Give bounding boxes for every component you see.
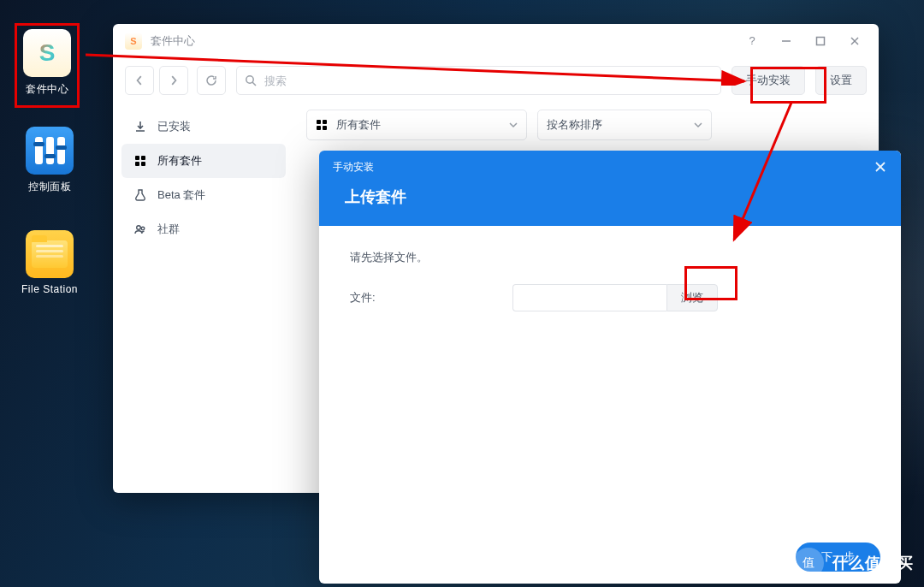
window-toolbar: 手动安装 设置	[113, 58, 879, 103]
package-center-icon: S	[23, 29, 71, 77]
help-button[interactable]: ?	[735, 29, 769, 53]
grid-icon	[316, 119, 328, 131]
sidebar-item-label: 已安装	[157, 119, 191, 134]
svg-rect-12	[317, 120, 321, 124]
window-app-icon: S	[125, 33, 142, 50]
minimize-button[interactable]	[769, 29, 803, 53]
beta-icon	[133, 188, 147, 202]
svg-point-10	[137, 226, 141, 230]
refresh-button[interactable]	[197, 66, 226, 95]
download-icon	[133, 120, 147, 133]
chevron-down-icon	[509, 121, 518, 129]
sidebar-item-label: 所有套件	[157, 153, 202, 169]
dropdown-label: 所有套件	[336, 117, 381, 133]
control-panel-icon	[26, 127, 74, 175]
svg-rect-7	[141, 156, 145, 160]
back-button[interactable]	[125, 66, 154, 95]
svg-line-5	[252, 82, 256, 86]
filter-dropdown-sort[interactable]: 按名称排序	[537, 110, 712, 140]
svg-rect-13	[323, 120, 327, 124]
sidebar: 已安装 所有套件 Beta 套件 社群	[113, 103, 294, 493]
grid-icon	[133, 154, 147, 168]
community-icon	[133, 222, 147, 236]
modal-close-button[interactable]	[865, 151, 896, 182]
sidebar-item-community[interactable]: 社群	[121, 212, 286, 246]
window-title: 套件中心	[151, 33, 195, 49]
dropdown-label: 按名称排序	[547, 117, 602, 133]
svg-rect-14	[317, 126, 321, 130]
close-button[interactable]	[838, 29, 872, 53]
svg-point-11	[141, 227, 145, 230]
watermark-icon: 值	[793, 548, 824, 578]
sidebar-item-beta[interactable]: Beta 套件	[121, 178, 286, 212]
window-titlebar: S 套件中心 ?	[113, 24, 879, 58]
sidebar-item-all-packages[interactable]: 所有套件	[121, 144, 286, 178]
svg-rect-9	[141, 162, 145, 166]
browse-button[interactable]: 浏览	[666, 284, 718, 311]
sidebar-item-label: 社群	[157, 222, 180, 237]
desktop-icon-file-station[interactable]: File Station	[17, 230, 82, 295]
settings-button[interactable]: 设置	[815, 66, 867, 95]
sidebar-item-installed[interactable]: 已安装	[121, 110, 286, 144]
search-input[interactable]	[236, 66, 721, 95]
modal-title: 上传套件	[345, 187, 875, 207]
svg-rect-6	[135, 156, 139, 160]
maximize-button[interactable]	[803, 29, 838, 53]
desktop-icon-label: 控制面板	[17, 180, 82, 194]
desktop-icon-label: 套件中心	[17, 82, 77, 97]
watermark: 值 什么值得买	[793, 548, 914, 578]
svg-rect-1	[817, 37, 825, 44]
modal-hint: 请先选择文件。	[350, 250, 870, 265]
desktop-icon-control-panel[interactable]: 控制面板	[17, 127, 82, 194]
svg-rect-15	[323, 126, 327, 130]
file-path-input[interactable]	[512, 284, 666, 311]
search-field-wrapper	[236, 66, 721, 95]
manual-install-button[interactable]: 手动安装	[732, 66, 805, 95]
search-icon	[245, 74, 257, 86]
modal-breadcrumb: 手动安装	[333, 160, 374, 175]
file-station-icon	[26, 230, 74, 278]
forward-button[interactable]	[159, 66, 188, 95]
desktop-icon-label: File Station	[17, 283, 82, 295]
file-label: 文件:	[350, 290, 512, 305]
manual-install-modal: 手动安装 上传套件 请先选择文件。 文件: 浏览 下一步	[319, 151, 901, 584]
svg-point-4	[246, 76, 253, 83]
watermark-text: 什么值得买	[832, 553, 914, 573]
svg-rect-8	[135, 162, 139, 166]
chevron-down-icon	[694, 121, 702, 129]
close-icon	[875, 162, 886, 172]
modal-body: 请先选择文件。 文件: 浏览	[319, 226, 901, 531]
filter-dropdown-category[interactable]: 所有套件	[306, 110, 527, 140]
desktop-icon-package-center[interactable]: S 套件中心	[15, 23, 80, 108]
modal-header: 手动安装 上传套件	[319, 151, 901, 226]
sidebar-item-label: Beta 套件	[157, 187, 205, 203]
